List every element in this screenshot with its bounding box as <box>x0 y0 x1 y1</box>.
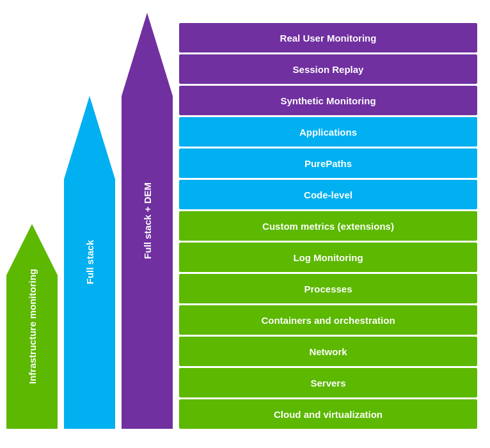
bar-session: Session Replay <box>179 54 477 84</box>
bars-section: Real User MonitoringSession ReplaySynthe… <box>179 13 477 435</box>
blue-arrow-label: Full stack <box>84 240 95 284</box>
bar-network: Network <box>179 337 477 366</box>
arrows-section: Infrastructure monitoring Full stack Ful… <box>6 13 173 435</box>
green-arrow-wrapper: Infrastructure monitoring <box>6 224 64 429</box>
main-container: Infrastructure monitoring Full stack Ful… <box>0 0 490 448</box>
blue-arrow-wrapper: Full stack <box>64 96 122 429</box>
bar-processes-label: Processes <box>304 284 352 294</box>
bar-custom: Custom metrics (extensions) <box>179 211 477 241</box>
bar-applications: Applications <box>179 117 477 147</box>
blue-arrow: Full stack <box>64 96 115 429</box>
bar-codelevel-label: Code-level <box>304 189 352 200</box>
bar-processes: Processes <box>179 274 477 303</box>
bar-rum-label: Real User Monitoring <box>280 33 377 44</box>
bar-custom-label: Custom metrics (extensions) <box>262 221 394 232</box>
green-arrow-label: Infrastructure monitoring <box>27 269 38 384</box>
bar-cloud-label: Cloud and virtualization <box>274 409 383 420</box>
bar-containers: Containers and orchestration <box>179 305 477 335</box>
bar-rum: Real User Monitoring <box>179 23 477 52</box>
bar-synthetic: Synthetic Monitoring <box>179 86 477 115</box>
purple-arrow-wrapper: Full stack + DEM <box>122 13 173 429</box>
bar-servers: Servers <box>179 368 477 397</box>
bar-containers-label: Containers and orchestration <box>261 315 395 326</box>
bar-synthetic-label: Synthetic Monitoring <box>280 95 375 106</box>
bar-purepaths-label: PurePaths <box>304 158 352 169</box>
bar-log: Log Monitoring <box>179 243 477 272</box>
bar-network-label: Network <box>309 346 347 357</box>
bar-session-label: Session Replay <box>293 64 364 75</box>
bar-cloud: Cloud and virtualization <box>179 399 477 429</box>
green-arrow: Infrastructure monitoring <box>6 224 58 429</box>
bar-applications-label: Applications <box>299 127 357 138</box>
purple-arrow: Full stack + DEM <box>122 13 173 429</box>
bar-log-label: Log Monitoring <box>293 252 363 263</box>
bar-servers-label: Servers <box>310 378 345 388</box>
bar-purepaths: PurePaths <box>179 148 477 178</box>
bar-codelevel: Code-level <box>179 180 477 209</box>
purple-arrow-label: Full stack + DEM <box>142 182 153 259</box>
